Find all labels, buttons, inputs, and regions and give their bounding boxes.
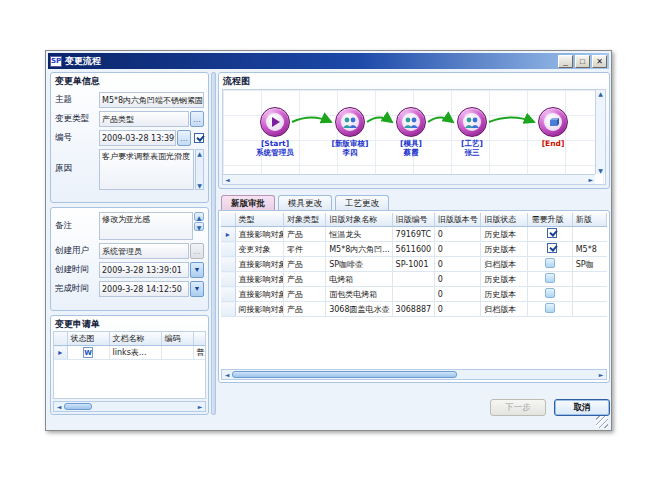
grid-header-0[interactable]: 类型	[235, 213, 283, 227]
flow-node-people[interactable]	[335, 107, 365, 137]
scroll-right-icon[interactable]: ►	[596, 371, 606, 378]
grid-cell[interactable]: 产品	[283, 227, 325, 242]
grid-cell[interactable]: 直接影响对象	[235, 287, 283, 302]
number-input[interactable]: 2009-03-28 13:39:01	[99, 130, 176, 146]
grid-cell[interactable]: 电烤箱	[326, 272, 392, 287]
spin-down-icon[interactable]: ▼	[194, 222, 204, 231]
grid-header-1[interactable]: 对象类型	[283, 213, 325, 227]
grid-cell-new-version[interactable]	[572, 227, 606, 242]
flow-node-start[interactable]	[260, 107, 290, 137]
number-browse-button[interactable]: …	[177, 130, 191, 146]
grid-header-4[interactable]: 旧版版本号	[434, 213, 480, 227]
scroll-left-icon[interactable]: ◄	[222, 371, 232, 378]
grid-cell[interactable]: 79169TC	[392, 227, 434, 242]
grid-row[interactable]: 直接影响对象产品面包类电烤箱0历史版本	[221, 287, 607, 302]
create-time-dropdown-button[interactable]: ▼	[190, 262, 204, 278]
remark-textarea[interactable]: 修改为亚光感	[99, 212, 193, 240]
grid-cell-new-version[interactable]: SP咖	[572, 257, 606, 272]
upgrade-checkbox-unchecked[interactable]	[545, 273, 555, 283]
hscroll-thumb[interactable]	[232, 371, 457, 378]
request-cell[interactable]: links表...	[109, 346, 161, 360]
minimize-button[interactable]: _	[558, 55, 573, 68]
scroll-up-icon[interactable]: ▲	[596, 90, 605, 97]
request-header-0[interactable]: 状态图	[67, 332, 109, 346]
grid-cell[interactable]: 历史版本	[481, 227, 528, 242]
grid-cell[interactable]	[392, 272, 434, 287]
grid-row[interactable]: 直接影响对象产品SP咖啡壶SP-10010归档版本SP咖	[221, 257, 607, 272]
grid-cell[interactable]: 3068圆盖电水壶	[326, 302, 392, 317]
grid-cell[interactable]: 间接影响对象	[235, 302, 283, 317]
grid-cell[interactable]: 直接影响对象	[235, 272, 283, 287]
grid-cell[interactable]: 0	[434, 302, 480, 317]
cancel-button[interactable]: 取消	[554, 399, 610, 416]
spin-up-icon[interactable]: ▲	[194, 212, 204, 221]
flow-node-end[interactable]	[538, 107, 568, 137]
scroll-right-icon[interactable]: ►	[195, 403, 205, 410]
flow-hscrollbar[interactable]: ◄►	[223, 174, 595, 184]
grid-header-2[interactable]: 旧版对象名称	[326, 213, 392, 227]
grid-cell[interactable]: 直接影响对象	[235, 227, 283, 242]
grid-cell-new-version[interactable]: M5*8	[572, 242, 606, 257]
request-header-1[interactable]: 文档名称	[109, 332, 161, 346]
grid-cell-new-version[interactable]	[572, 287, 606, 302]
grid-cell[interactable]: 0	[434, 242, 480, 257]
request-table-hscrollbar[interactable]: ◄ ►	[53, 401, 206, 412]
request-row[interactable]: ▸Wlinks表...普通	[54, 346, 206, 360]
grid-header-3[interactable]: 旧版编号	[392, 213, 434, 227]
change-type-input[interactable]: 产品类型	[99, 111, 189, 127]
grid-cell[interactable]: M5*8内六角凹...	[326, 242, 392, 257]
grid-cell-new-version[interactable]	[572, 302, 606, 317]
grid-cell[interactable]: 0	[434, 272, 480, 287]
grid-cell-new-version[interactable]	[572, 272, 606, 287]
creator-input[interactable]: 系统管理员	[99, 243, 189, 259]
grid-cell[interactable]: 恒温龙头	[326, 227, 392, 242]
grid-row[interactable]: 变更对象零件M5*8内六角凹...56116000历史版本M5*8	[221, 242, 607, 257]
grid-cell[interactable]: 产品	[283, 287, 325, 302]
grid-cell[interactable]: 归档版本	[481, 302, 528, 317]
resize-grip-icon[interactable]	[596, 416, 608, 428]
scroll-up-icon[interactable]: ▲	[197, 150, 202, 157]
request-cell[interactable]	[161, 346, 193, 360]
grid-cell[interactable]: 3068887	[392, 302, 434, 317]
grid-row[interactable]: 直接影响对象产品电烤箱0历史版本	[221, 272, 607, 287]
request-header-3[interactable]	[193, 332, 206, 346]
grid-cell[interactable]: 变更对象	[235, 242, 283, 257]
finish-time-input[interactable]: 2009-3-28 14:12:50	[99, 281, 189, 297]
grid-cell[interactable]: 0	[434, 227, 480, 242]
maximize-button[interactable]: □	[575, 55, 590, 68]
reason-textarea[interactable]: 客户要求调整表面光滑度	[99, 149, 194, 190]
grid-header-6[interactable]: 需要升版	[528, 213, 572, 227]
remark-spinner[interactable]: ▲▼	[194, 212, 204, 232]
grid-cell[interactable]: 零件	[283, 242, 325, 257]
upgrade-checkbox-unchecked[interactable]	[545, 288, 555, 298]
grid-header-7[interactable]: 新版	[572, 213, 606, 227]
grid-row[interactable]: 间接影响对象产品3068圆盖电水壶30688870归档版本	[221, 302, 607, 317]
grid-cell[interactable]: 产品	[283, 272, 325, 287]
grid-cell[interactable]: 直接影响对象	[235, 257, 283, 272]
upgrade-checkbox-checked[interactable]	[547, 228, 557, 238]
scroll-right-icon[interactable]: ►	[588, 176, 593, 183]
tab-2[interactable]: 工艺更改	[335, 195, 389, 211]
scroll-left-icon[interactable]: ◄	[225, 176, 230, 183]
tab-0[interactable]: 新版审批	[221, 195, 275, 211]
grid-cell[interactable]: SP-1001	[392, 257, 434, 272]
request-header-2[interactable]: 编码	[161, 332, 193, 346]
grid-cell[interactable]: 历史版本	[481, 242, 528, 257]
titlebar[interactable]: SP 变更流程 _ □ ✕	[48, 53, 609, 69]
flow-vscrollbar[interactable]: ▲▼	[595, 90, 605, 174]
grid-cell[interactable]	[392, 287, 434, 302]
grid-cell[interactable]: 历史版本	[481, 272, 528, 287]
reason-scrollbar[interactable]: ▲▼	[195, 149, 204, 190]
grid-cell[interactable]: 0	[434, 257, 480, 272]
flow-node-people[interactable]	[457, 107, 487, 137]
request-cell[interactable]: 普通	[193, 346, 206, 360]
change-type-browse-button[interactable]: …	[190, 111, 204, 127]
grid-hscrollbar[interactable]: ◄ ►	[221, 369, 607, 380]
grid-cell[interactable]: 0	[434, 287, 480, 302]
scroll-down-icon[interactable]: ▼	[596, 167, 605, 174]
grid-cell[interactable]: 面包类电烤箱	[326, 287, 392, 302]
number-checkbox[interactable]	[194, 133, 204, 143]
upgrade-checkbox-unchecked[interactable]	[545, 258, 555, 268]
panel-splitter[interactable]	[211, 72, 216, 415]
grid-header-5[interactable]: 旧版状态	[481, 213, 528, 227]
